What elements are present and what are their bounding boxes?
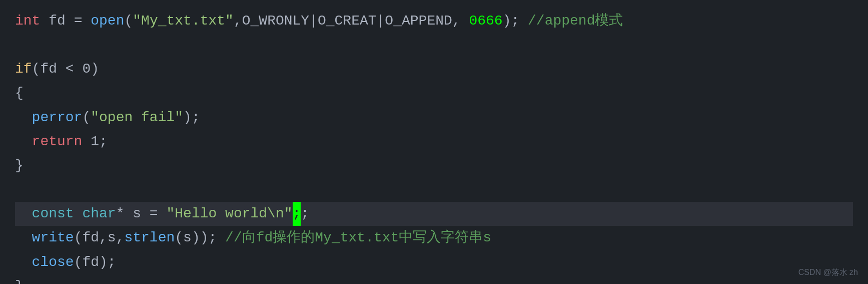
code-token [15,110,32,125]
code-token: char [82,206,116,221]
code-token: ( [82,110,91,125]
code-token: (fd < [32,61,83,77]
code-line: perror("open fail"); [15,106,853,130]
code-token: ) [91,61,99,77]
code-token: ); [503,13,528,29]
code-token: "My_txt.txt" [133,13,234,29]
code-line: { [15,81,853,105]
code-token: int [15,13,40,29]
code-token: //向fd操作的My_txt.txt中写入字符串s [225,230,491,245]
code-token [15,230,32,245]
code-token: } [15,158,24,173]
code-token: close [32,254,74,270]
code-token: if [15,61,32,77]
code-token: open [91,13,124,29]
code-token: "open fail" [91,110,183,125]
code-token: "Hello world\n" [166,206,292,221]
code-token: } [15,278,24,284]
code-container: int fd = open("My_txt.txt",O_WRONLY|O_CR… [0,0,868,284]
code-token: ); [183,110,200,125]
code-token: ,O_WRONLY|O_CREAT|O_APPEND, [234,13,469,29]
code-line: close(fd); [15,250,853,274]
code-token: ( [124,13,133,29]
code-token: const [32,206,74,221]
code-token: 1; [82,134,107,149]
code-token [15,254,32,270]
code-line: int fd = open("My_txt.txt",O_WRONLY|O_CR… [15,9,853,33]
text-cursor: ; [293,202,301,226]
code-token: * s = [116,206,167,221]
code-line: write(fd,s,strlen(s)); //向fd操作的My_txt.tx… [15,226,853,250]
code-line: const char* s = "Hello world\n";; [15,202,853,226]
code-token: perror [32,110,83,125]
code-line: } [15,154,853,178]
watermark: CSDN @落水 zh [798,266,858,279]
code-token: fd = [40,13,91,29]
code-block: int fd = open("My_txt.txt",O_WRONLY|O_CR… [15,9,853,284]
code-token [15,206,32,221]
code-token: strlen [124,230,175,245]
code-token [74,206,83,221]
code-token: ; [301,206,309,221]
code-token: (fd,s, [74,230,125,245]
code-token: return [32,134,83,149]
code-token: (s)); [175,230,225,245]
code-token: 0 [82,61,91,77]
code-line [15,33,853,57]
code-token: write [32,230,74,245]
code-line: if(fd < 0) [15,57,853,81]
code-token: //append模式 [528,13,623,29]
code-line [15,178,853,202]
code-line: return 1; [15,130,853,154]
code-token: (fd); [74,254,116,270]
code-token: 0666 [469,13,502,29]
code-line: } [15,274,853,284]
code-token [15,134,32,149]
code-token: { [15,85,24,101]
